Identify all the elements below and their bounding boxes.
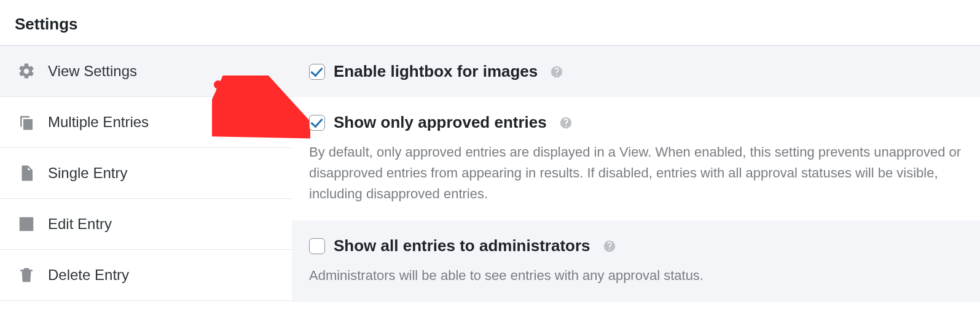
sidebar-item-single-entry[interactable]: Single Entry <box>0 148 292 199</box>
content-area: Enable lightbox for images Show only app… <box>292 46 980 302</box>
sidebar-item-label: Delete Entry <box>48 266 129 284</box>
copy-icon <box>17 113 36 131</box>
setting-lightbox: Enable lightbox for images <box>292 46 980 97</box>
sidebar-item-label: Single Entry <box>48 165 127 182</box>
checkbox-approved[interactable] <box>309 115 325 131</box>
checkbox-admins[interactable] <box>309 238 325 254</box>
settings-layout: View Settings Multiple Entries Single En… <box>0 45 980 302</box>
sidebar-item-label: View Settings <box>48 63 137 80</box>
sidebar-item-label: Multiple Entries <box>48 114 149 131</box>
setting-label: Show all entries to administrators <box>334 236 590 255</box>
checkbox-lightbox[interactable] <box>309 64 325 80</box>
sidebar-item-edit-entry[interactable]: Edit Entry <box>0 199 292 250</box>
settings-header: Settings <box>0 0 980 45</box>
help-icon[interactable] <box>550 65 563 79</box>
setting-desc: Administrators will be able to see entri… <box>309 265 963 286</box>
setting-admins: Show all entries to administrators Admin… <box>292 220 980 302</box>
gear-icon <box>17 62 36 80</box>
sidebar-item-delete-entry[interactable]: Delete Entry <box>0 250 292 301</box>
setting-desc: By default, only approved entries are di… <box>309 142 963 204</box>
setting-label: Show only approved entries <box>334 113 547 132</box>
setting-approved: Show only approved entries By default, o… <box>292 97 980 220</box>
sidebar-item-multiple-entries[interactable]: Multiple Entries <box>0 97 292 148</box>
trash-icon <box>17 266 36 284</box>
help-icon[interactable] <box>603 239 616 253</box>
sidebar-item-view-settings[interactable]: View Settings <box>0 46 292 97</box>
setting-label: Enable lightbox for images <box>334 62 538 81</box>
pencil-icon <box>17 215 36 233</box>
sidebar-item-label: Edit Entry <box>48 216 112 233</box>
sidebar: View Settings Multiple Entries Single En… <box>0 46 292 302</box>
help-icon[interactable] <box>559 116 573 130</box>
file-icon <box>17 164 36 182</box>
